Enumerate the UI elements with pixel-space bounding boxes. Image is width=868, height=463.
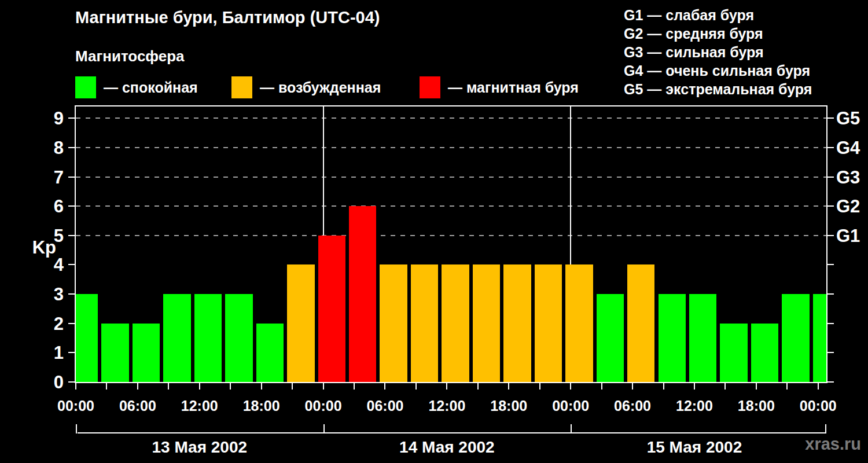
y-axis-tick (68, 235, 76, 236)
y-axis-label: 1 (54, 344, 64, 362)
excited-color-swatch (231, 76, 252, 98)
kp-bar (782, 294, 809, 382)
kp-bar (565, 264, 593, 382)
kp-bar (163, 294, 190, 382)
date-label: 14 Мая 2002 (399, 438, 495, 457)
kp-bar (101, 324, 128, 382)
x-axis-tick (663, 382, 664, 389)
legend-label-storm: — магнитная буря (448, 79, 579, 96)
x-axis-tick (323, 382, 324, 389)
y-axis-label: 0 (54, 373, 64, 391)
kp-bar (473, 264, 500, 382)
x-axis-tick (354, 382, 355, 389)
kp-bar (256, 324, 284, 382)
storm-scale-item-g2: G2 — средняя буря (624, 24, 812, 43)
y-axis-tick-right (826, 264, 834, 265)
x-axis-tick (694, 382, 695, 389)
kp-bar (627, 264, 654, 382)
y-axis-tick (68, 352, 76, 353)
magnetic-storm-chart-page: { "title": "Магнитные бури, Балтимор (UT… (0, 0, 868, 463)
bracket-tick (323, 424, 325, 433)
x-axis-tick (786, 382, 788, 389)
kp-bar (287, 264, 314, 382)
kp-bar (597, 294, 624, 382)
time-label: 12:00 (428, 398, 465, 414)
y-axis-tick-right (826, 381, 834, 383)
time-label: 06:00 (366, 398, 403, 414)
y-axis-tick (68, 177, 76, 178)
condition-legend: — спокойная — возбужденная — магнитная б… (75, 76, 596, 99)
x-axis-tick (230, 382, 231, 389)
time-label: 00:00 (305, 398, 342, 414)
kp-gridline (76, 235, 826, 236)
x-axis-tick (756, 382, 757, 389)
x-axis-tick (261, 382, 262, 389)
x-axis-tick (446, 382, 447, 389)
kp-gridline (76, 117, 826, 119)
kp-bar (76, 294, 98, 382)
date-label: 13 Мая 2002 (152, 438, 247, 457)
kp-bar (503, 264, 531, 382)
y-axis-title: Kp (32, 238, 56, 256)
y-axis-tick-right (826, 147, 834, 148)
xras-watermark: xras.ru (805, 435, 861, 454)
g-scale-label: G3 (836, 168, 860, 186)
calm-color-swatch (75, 76, 96, 98)
kp-bar (225, 294, 252, 382)
x-axis-tick (724, 382, 726, 389)
storm-scale-item-g1: G1 — слабая буря (624, 6, 812, 24)
time-label: 00:00 (800, 398, 837, 414)
y-axis-tick (68, 264, 76, 265)
legend-item-storm: — магнитная буря (420, 76, 579, 99)
plot-area (76, 106, 826, 382)
storm-scale-item-g5: G5 — экстремальная буря (624, 80, 812, 98)
x-axis-tick (477, 382, 479, 389)
y-axis-tick-right (826, 235, 834, 236)
x-axis-tick (601, 382, 602, 389)
kp-bar (133, 324, 160, 382)
g-scale-label: G2 (836, 197, 860, 215)
chart-title: Магнитные бури, Балтимор (UTC-04) (75, 8, 380, 27)
y-axis-tick (68, 293, 76, 295)
magnetosphere-subtitle: Магнитосфера (75, 47, 185, 65)
x-axis-tick (137, 382, 138, 389)
legend-label-calm: — спокойная (104, 79, 198, 96)
kp-bar (442, 264, 469, 382)
g-scale-label: G4 (836, 138, 860, 156)
kp-gridline (76, 205, 826, 207)
y-axis-label: 8 (54, 138, 64, 156)
kp-bar (535, 264, 562, 382)
time-label: 06:00 (119, 398, 156, 414)
kp-bar (194, 294, 222, 382)
kp-gridline (76, 147, 826, 148)
kp-bar (380, 264, 407, 382)
kp-bar (720, 324, 747, 382)
y-axis-tick-right (826, 323, 834, 324)
y-axis-tick (68, 323, 76, 324)
kp-bar (813, 294, 826, 382)
bracket-tick (76, 424, 77, 433)
x-axis-tick (106, 382, 107, 389)
x-axis-tick (384, 382, 385, 389)
x-axis-tick (292, 382, 293, 389)
storm-scale-item-g3: G3 — сильная буря (624, 43, 812, 61)
y-axis-label: 5 (54, 226, 64, 244)
storm-color-swatch (420, 76, 440, 98)
time-label: 18:00 (490, 398, 527, 414)
time-label: 12:00 (676, 398, 713, 414)
bracket-tick (825, 424, 826, 433)
y-axis-label: 9 (54, 109, 64, 127)
storm-scale-legend: G1 — слабая буря G2 — средняя буря G3 — … (624, 6, 812, 98)
y-axis-label: 2 (54, 314, 64, 332)
y-axis-tick-right (826, 352, 834, 353)
legend-item-calm: — спокойная (75, 76, 198, 99)
time-label: 12:00 (181, 398, 218, 414)
y-axis-label: 3 (54, 285, 64, 303)
x-axis-tick (818, 382, 819, 389)
time-label: 18:00 (243, 398, 280, 414)
x-axis-tick (415, 382, 417, 389)
x-axis-tick (508, 382, 509, 389)
kp-bar (659, 294, 686, 382)
date-label: 15 Мая 2002 (647, 438, 742, 457)
y-axis-tick (68, 205, 76, 207)
